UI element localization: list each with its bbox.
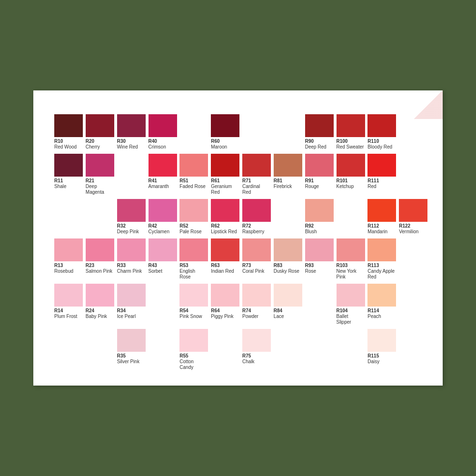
color-code-R42: R42	[149, 223, 157, 229]
color-name-R32: Deep Pink	[117, 229, 139, 235]
color-swatch-R32	[117, 199, 146, 222]
color-swatch-R83	[274, 238, 302, 261]
color-swatch-R64	[211, 284, 239, 307]
color-swatch-R91	[305, 154, 334, 177]
color-cell-R13: R13Rosebud	[52, 238, 84, 281]
color-swatch-R100	[337, 114, 365, 137]
color-cell-R114: R114Peach	[366, 283, 397, 326]
color-swatch-R35	[117, 329, 146, 352]
color-cell-R64: R64Piggy Pink	[209, 283, 240, 326]
color-code-R110: R110	[367, 139, 379, 144]
color-name-R84: Lace	[274, 314, 284, 319]
color-code-R61: R61	[211, 178, 219, 184]
color-cell-R112: R112Mandarin	[366, 198, 397, 236]
color-name-R104: Ballet Slipper	[337, 314, 364, 325]
color-cell-R84: R84Lace	[272, 283, 303, 326]
empty-cell-r6-c4	[147, 328, 178, 371]
color-name-R100: Red Sweater	[337, 144, 364, 150]
color-swatch-R53	[179, 238, 208, 261]
color-name-R101: Ketchup	[337, 184, 354, 189]
color-code-R84: R84	[274, 308, 282, 314]
color-swatch-R103	[337, 238, 365, 261]
color-cell-R30: R30Wine Red	[115, 113, 147, 151]
color-swatch-R73	[242, 238, 271, 261]
empty-cell-r1-c7	[240, 113, 272, 151]
color-name-R55: Cotton Candy	[179, 359, 207, 370]
color-name-R41: Amaranth	[149, 184, 169, 189]
color-swatch-R13	[54, 238, 83, 261]
color-code-R60: R60	[211, 139, 219, 144]
color-code-R62: R62	[211, 223, 219, 229]
color-code-R41: R41	[149, 178, 157, 184]
color-name-R60: Maroon	[211, 144, 227, 150]
color-cell-R21: R21Deep Magenta	[84, 153, 115, 196]
color-swatch-R21	[86, 154, 114, 177]
color-code-R75: R75	[242, 353, 251, 359]
color-code-R34: R34	[117, 308, 126, 314]
color-swatch-R112	[367, 199, 396, 222]
color-name-R75: Chalk	[242, 359, 255, 365]
color-name-R23: Salmon Pink	[86, 268, 112, 274]
color-name-R90: Deep Red	[305, 144, 327, 150]
color-name-R63: Indian Red	[211, 268, 234, 274]
color-name-R110: Bloody Red	[367, 144, 392, 150]
empty-cell-r3-c1	[52, 198, 84, 236]
color-swatch-R24	[86, 284, 114, 307]
color-code-R23: R23	[86, 263, 94, 268]
empty-cell-r6-c12	[397, 328, 428, 371]
color-code-R114: R114	[367, 308, 379, 314]
empty-cell-r6-c10	[335, 328, 366, 371]
color-code-R20: R20	[86, 139, 94, 144]
color-cell-R74: R74Powder	[240, 283, 272, 326]
color-cell-R61: R61Geranium Red	[209, 153, 240, 196]
color-code-R122: R122	[399, 223, 410, 229]
color-code-R11: R11	[54, 178, 63, 184]
color-swatch-R40	[149, 114, 177, 137]
color-swatch-R110	[367, 114, 396, 137]
color-cell-R40: R40Crimson	[147, 113, 178, 151]
color-name-R11: Shale	[54, 184, 67, 189]
color-cell-R90: R90Deep Red	[303, 113, 335, 151]
empty-cell-r6-c8	[272, 328, 303, 371]
color-code-R71: R71	[242, 178, 251, 184]
color-cell-R42: R42Cyclamen	[147, 198, 178, 236]
color-cell-R104: R104Ballet Slipper	[335, 283, 366, 326]
color-name-R52: Pale Rose	[179, 229, 201, 235]
color-cell-R32: R32Deep Pink	[115, 198, 147, 236]
color-swatch-R43	[149, 238, 177, 261]
color-swatch-R34	[117, 284, 146, 307]
color-cell-R115: R115Daisy	[366, 328, 397, 371]
empty-cell-r3-c10	[335, 198, 366, 236]
color-cell-R20: R20Cherry	[84, 113, 115, 151]
color-code-R64: R64	[211, 308, 219, 314]
color-code-R40: R40	[149, 139, 157, 144]
color-cell-R110: R110Bloody Red	[366, 113, 397, 151]
empty-cell-r3-c2	[84, 198, 115, 236]
color-cell-R91: R91Rouge	[303, 153, 335, 196]
color-name-R21: Deep Magenta	[86, 184, 113, 195]
color-swatch-R55	[179, 329, 208, 352]
color-cell-R35: R35Silver Pink	[115, 328, 147, 371]
color-code-R83: R83	[274, 263, 282, 268]
color-swatch-R54	[179, 284, 208, 307]
empty-cell-r6-c9	[303, 328, 335, 371]
empty-cell-r2-c12	[397, 153, 428, 196]
color-cell-R93: R93Rose	[303, 238, 335, 281]
color-code-R14: R14	[54, 308, 63, 314]
color-cell-R23: R23Salmon Pink	[84, 238, 115, 281]
color-name-R112: Mandarin	[367, 229, 387, 235]
empty-cell-r5-c9	[303, 283, 335, 326]
color-code-R92: R92	[305, 223, 314, 229]
color-swatch-R72	[242, 199, 271, 222]
color-name-R34: Ice Pearl	[117, 314, 136, 319]
color-swatch-R14	[54, 284, 83, 307]
color-cell-R122: R122Vermilion	[397, 198, 428, 236]
color-cell-R51: R51Faded Rose	[178, 153, 209, 196]
empty-cell-r3-c8	[272, 198, 303, 236]
color-chart-card: R10Red WoodR20CherryR30Wine RedR40Crimso…	[33, 90, 443, 386]
color-name-R91: Rouge	[305, 184, 319, 189]
color-code-R35: R35	[117, 353, 126, 359]
color-name-R113: Candy Apple Red	[367, 268, 395, 280]
color-cell-R14: R14Plum Frost	[52, 283, 84, 326]
color-name-R93: Rose	[305, 268, 316, 274]
